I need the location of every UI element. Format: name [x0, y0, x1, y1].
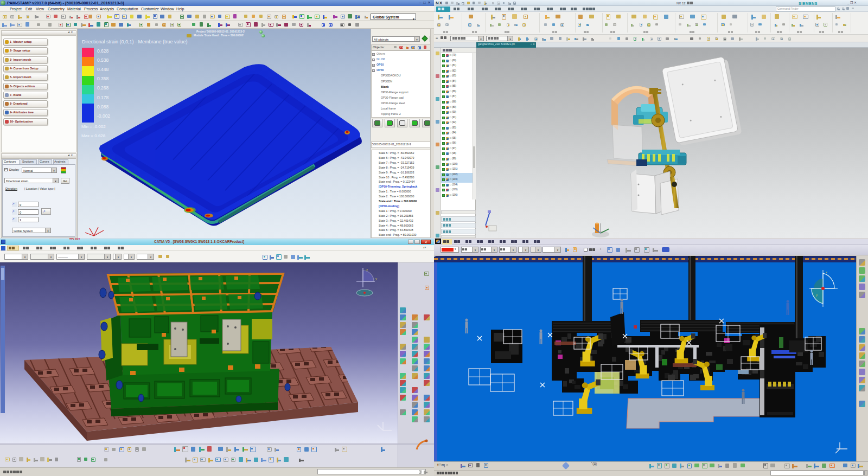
svg-text:y: y [375, 277, 377, 280]
svg-text:z: z [366, 268, 368, 272]
svg-text:x: x [826, 271, 827, 274]
svg-text:y: y [816, 293, 818, 297]
